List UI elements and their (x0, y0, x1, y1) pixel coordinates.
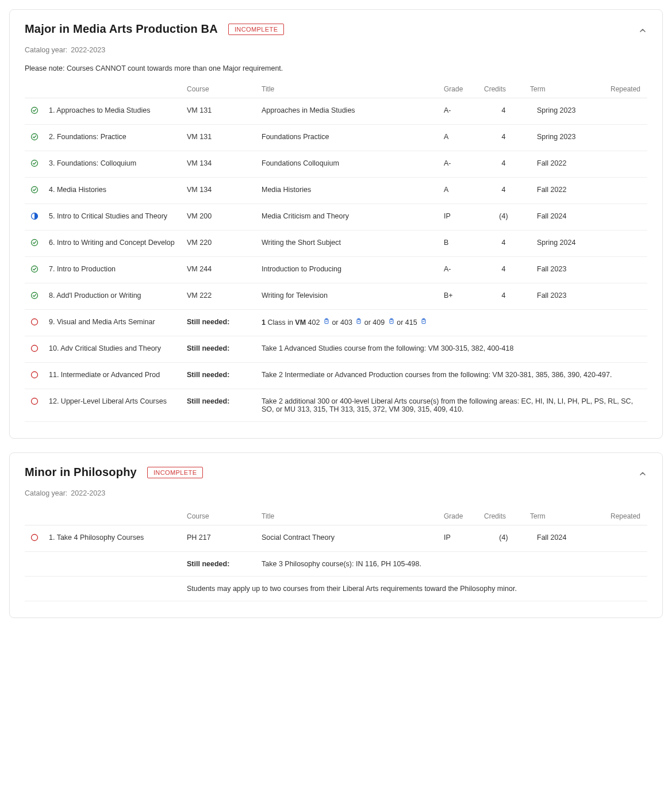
catalog-label: Catalog year: (25, 46, 67, 54)
column-header: Credits (481, 508, 527, 525)
cell-credits: (4) (481, 525, 527, 552)
cell-repeated (607, 231, 647, 257)
status-complete-icon (30, 108, 39, 116)
column-header: Title (258, 80, 440, 98)
cell-course: VM 131 (183, 125, 258, 151)
svg-point-19 (31, 398, 37, 404)
table-row: 9. Visual and Media Arts SeminarStill ne… (25, 310, 647, 336)
table-row: 5. Intro to Critical Studies and TheoryV… (25, 204, 647, 231)
cell-repeated (607, 525, 647, 552)
chevron-up-icon[interactable] (638, 26, 647, 37)
requirement-name: 6. Intro to Writing and Concept Develop (45, 231, 183, 257)
status-needed-icon (30, 535, 39, 543)
cell-grade: A- (440, 151, 481, 178)
catalog-label: Catalog year: (25, 489, 67, 497)
column-header: Course (183, 508, 258, 525)
clipboard-icon[interactable] (355, 318, 362, 325)
needed-text: Take 2 additional 300 or 400-level Liber… (258, 389, 647, 422)
audit-section: Major in Media Arts Production BAINCOMPL… (9, 9, 663, 439)
cell-term: Spring 2024 (527, 231, 607, 257)
table-row: Still needed:Take 3 Philosophy course(s)… (25, 552, 647, 577)
requirement-name: 12. Upper-Level Liberal Arts Courses (45, 389, 183, 422)
cell-title: Writing the Short Subject (258, 231, 440, 257)
column-header: Repeated (607, 80, 647, 98)
cell-repeated (607, 257, 647, 283)
still-needed-label: Still needed: (183, 336, 258, 363)
table-row: 11. Intermediate or Advanced ProdStill n… (25, 363, 647, 389)
cell-credits: 4 (481, 231, 527, 257)
requirements-table: CourseTitleGradeCreditsTermRepeated1. Ta… (25, 508, 647, 601)
table-row: 10. Adv Critical Studies and TheoryStill… (25, 336, 647, 363)
column-header: Grade (440, 80, 481, 98)
cell-grade: B+ (440, 283, 481, 310)
cell-course: VM 244 (183, 257, 258, 283)
svg-point-18 (31, 371, 37, 378)
table-row: 1. Take 4 Philosophy CoursesPH 217Social… (25, 525, 647, 552)
svg-point-20 (31, 534, 37, 540)
cell-repeated (607, 151, 647, 178)
still-needed-label: Still needed: (183, 310, 258, 336)
status-badge: INCOMPLETE (228, 24, 285, 35)
requirement-name: 3. Foundations: Colloquium (45, 151, 183, 178)
status-complete-icon (30, 267, 39, 275)
cell-title: Writing for Television (258, 283, 440, 310)
requirement-name: 4. Media Histories (45, 178, 183, 204)
cell-term: Spring 2023 (527, 98, 607, 125)
section-title: Major in Media Arts Production BA (25, 22, 218, 36)
table-row: 7. Intro to ProductionVM 244Introduction… (25, 257, 647, 283)
cell-repeated (607, 98, 647, 125)
catalog-value: 2022-2023 (71, 489, 105, 497)
still-needed-label: Still needed: (183, 363, 258, 389)
cell-course: VM 220 (183, 231, 258, 257)
cell-credits: 4 (481, 257, 527, 283)
requirement-name: 8. Add'l Production or Writing (45, 283, 183, 310)
cell-term: Fall 2024 (527, 204, 607, 231)
requirement-name: 2. Foundations: Practice (45, 125, 183, 151)
status-needed-icon (30, 346, 39, 354)
requirement-name: 1. Take 4 Philosophy Courses (45, 525, 183, 552)
cell-grade: IP (440, 204, 481, 231)
cell-title: Introduction to Producing (258, 257, 440, 283)
section-note: Please note: Courses CANNOT count toward… (25, 64, 647, 72)
cell-title: Media Histories (258, 178, 440, 204)
clipboard-icon[interactable] (323, 318, 330, 325)
status-inprogress-icon (30, 214, 39, 222)
requirements-table: CourseTitleGradeCreditsTermRepeated1. Ap… (25, 80, 647, 422)
cell-repeated (607, 283, 647, 310)
clipboard-icon[interactable] (388, 318, 395, 325)
cell-title: Approaches in Media Studies (258, 98, 440, 125)
cell-credits: 4 (481, 178, 527, 204)
status-complete-icon (30, 187, 39, 195)
cell-term: Fall 2022 (527, 178, 607, 204)
cell-term: Fall 2023 (527, 257, 607, 283)
column-header: Term (527, 508, 607, 525)
table-row: 3. Foundations: ColloquiumVM 134Foundati… (25, 151, 647, 178)
needed-text: 1 Class in VM 402 or 403 or 409 or 415 (258, 310, 647, 336)
cell-repeated (607, 178, 647, 204)
section-title: Minor in Philosophy (25, 466, 137, 479)
table-row: 1. Approaches to Media StudiesVM 131Appr… (25, 98, 647, 125)
status-complete-icon (30, 293, 39, 301)
clipboard-icon[interactable] (420, 318, 427, 325)
requirement-name: 7. Intro to Production (45, 257, 183, 283)
table-row: 8. Add'l Production or WritingVM 222Writ… (25, 283, 647, 310)
table-row: 4. Media HistoriesVM 134Media HistoriesA… (25, 178, 647, 204)
cell-grade: A- (440, 257, 481, 283)
requirement-name: 1. Approaches to Media Studies (45, 98, 183, 125)
table-row: 2. Foundations: PracticeVM 131Foundation… (25, 125, 647, 151)
cell-course: PH 217 (183, 525, 258, 552)
cell-grade: A- (440, 98, 481, 125)
cell-repeated (607, 125, 647, 151)
requirement-name: 10. Adv Critical Studies and Theory (45, 336, 183, 363)
still-needed-label: Still needed: (183, 552, 258, 577)
chevron-up-icon[interactable] (638, 469, 647, 480)
needed-text: Take 1 Advanced Studies course from the … (258, 336, 647, 363)
cell-credits: 4 (481, 125, 527, 151)
cell-course: VM 134 (183, 178, 258, 204)
cell-repeated (607, 204, 647, 231)
requirement-name: 5. Intro to Critical Studies and Theory (45, 204, 183, 231)
cell-credits: 4 (481, 283, 527, 310)
cell-title: Social Contract Theory (258, 525, 440, 552)
cell-grade: IP (440, 525, 481, 552)
column-header: Term (527, 80, 607, 98)
